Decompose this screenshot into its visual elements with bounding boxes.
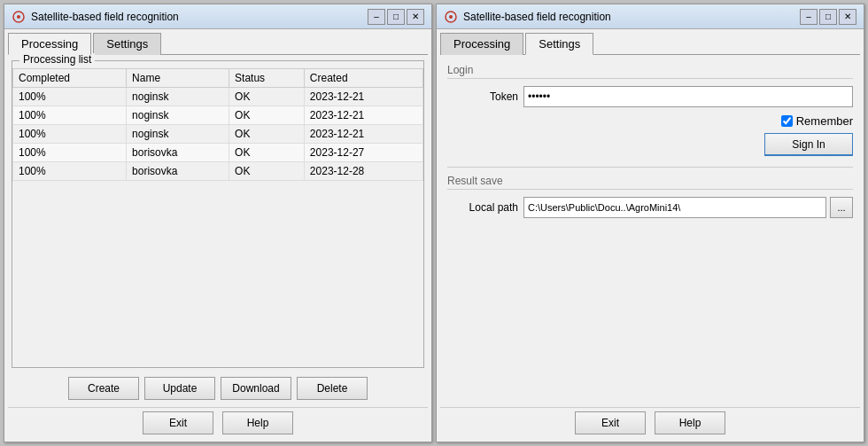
table-row[interactable]: 100%noginskOK2023-12-21 <box>13 106 423 125</box>
table-cell-name: noginsk <box>127 106 229 125</box>
login-section-label: Login <box>447 64 853 79</box>
tab-settings-2[interactable]: Settings <box>525 33 593 55</box>
table-cell-status: OK <box>229 106 305 125</box>
svg-point-1 <box>17 15 20 19</box>
table-row[interactable]: 100%noginskOK2023-12-21 <box>13 88 423 106</box>
tab-processing-2[interactable]: Processing <box>440 33 523 55</box>
table-cell-name: borisovka <box>127 144 229 162</box>
download-button[interactable]: Download <box>221 377 291 400</box>
result-save-label: Result save <box>447 175 853 190</box>
help-button-1[interactable]: Help <box>222 411 293 434</box>
create-button[interactable]: Create <box>68 377 139 400</box>
token-label: Token <box>447 90 518 103</box>
local-path-label: Local path <box>447 201 518 214</box>
close-button-1[interactable]: ✕ <box>407 9 424 25</box>
processing-list-title: Processing list <box>19 53 95 66</box>
table-cell-completed: 100% <box>13 106 127 125</box>
title-text-2: Satellite-based field recognition <box>463 11 800 23</box>
maximize-button-1[interactable]: □ <box>387 9 405 25</box>
table-cell-name: noginsk <box>127 125 229 144</box>
footer-2: Exit Help <box>440 407 860 438</box>
close-button-2[interactable]: ✕ <box>839 9 856 25</box>
col-status: Status <box>229 69 305 88</box>
tab-bar-2: Processing Settings <box>440 33 860 55</box>
title-text-1: Satellite-based field recognition <box>31 11 368 23</box>
table-row[interactable]: 100%noginskOK2023-12-21 <box>13 125 423 144</box>
col-created: Created <box>304 69 422 88</box>
processing-table-container[interactable]: Completed Name Status Created 100%nogins… <box>12 68 423 374</box>
tab-bar-1: Processing Settings <box>8 33 428 55</box>
path-container: ... <box>523 197 853 218</box>
table-row[interactable]: 100%borisovkaOK2023-12-27 <box>13 144 423 162</box>
table-cell-created: 2023-12-21 <box>304 106 422 125</box>
remember-row: Remember <box>447 114 853 128</box>
window-1: Satellite-based field recognition – □ ✕ … <box>4 4 432 442</box>
table-cell-name: noginsk <box>127 88 229 106</box>
title-bar-2: Satellite-based field recognition – □ ✕ <box>437 4 864 29</box>
app-icon-2 <box>444 10 458 24</box>
table-cell-status: OK <box>229 162 305 181</box>
settings-content: Login Token Remember Sign In Result save… <box>440 59 860 231</box>
tab-processing-1[interactable]: Processing <box>8 33 91 55</box>
minimize-button-2[interactable]: – <box>800 9 818 25</box>
table-cell-created: 2023-12-21 <box>304 125 422 144</box>
table-cell-status: OK <box>229 88 305 106</box>
help-button-2[interactable]: Help <box>655 411 725 434</box>
exit-button-1[interactable]: Exit <box>143 411 213 434</box>
table-cell-status: OK <box>229 144 305 162</box>
maximize-button-2[interactable]: □ <box>819 9 837 25</box>
table-row[interactable]: 100%borisovkaOK2023-12-28 <box>13 162 423 181</box>
table-cell-created: 2023-12-21 <box>304 88 422 106</box>
action-buttons: Create Update Download Delete <box>12 372 424 405</box>
window-2: Satellite-based field recognition – □ ✕ … <box>436 4 864 442</box>
processing-table: Completed Name Status Created 100%nogins… <box>12 68 423 181</box>
app-icon-1 <box>12 10 26 24</box>
table-cell-status: OK <box>229 125 305 144</box>
title-buttons-2: – □ ✕ <box>800 9 856 25</box>
table-cell-name: borisovka <box>127 162 229 181</box>
col-completed: Completed <box>13 69 127 88</box>
token-row: Token <box>447 86 853 107</box>
col-name: Name <box>127 69 229 88</box>
remember-label[interactable]: Remember <box>796 114 853 128</box>
minimize-button-1[interactable]: – <box>368 9 385 25</box>
svg-point-3 <box>449 15 453 19</box>
exit-button-2[interactable]: Exit <box>575 411 646 434</box>
table-cell-completed: 100% <box>13 88 127 106</box>
table-cell-completed: 100% <box>13 144 127 162</box>
table-cell-completed: 100% <box>13 162 127 181</box>
token-input[interactable] <box>523 86 853 107</box>
window-1-content: Processing Settings Processing list Comp… <box>4 29 431 442</box>
title-buttons-1: – □ ✕ <box>368 9 424 25</box>
local-path-row: Local path ... <box>447 197 853 218</box>
delete-button[interactable]: Delete <box>297 377 368 400</box>
sign-in-button[interactable]: Sign In <box>764 133 853 156</box>
sign-in-row: Sign In <box>447 133 853 156</box>
window-2-content: Processing Settings Login Token Remember… <box>437 29 864 442</box>
footer-1: Exit Help <box>8 407 428 438</box>
table-cell-completed: 100% <box>13 125 127 144</box>
title-bar-1: Satellite-based field recognition – □ ✕ <box>4 4 431 29</box>
table-cell-created: 2023-12-28 <box>304 162 422 181</box>
update-button[interactable]: Update <box>144 377 215 400</box>
tab-settings-1[interactable]: Settings <box>93 33 161 55</box>
table-cell-created: 2023-12-27 <box>304 144 422 162</box>
local-path-input[interactable] <box>523 197 826 218</box>
remember-checkbox[interactable] <box>781 115 793 127</box>
browse-button[interactable]: ... <box>830 197 853 218</box>
